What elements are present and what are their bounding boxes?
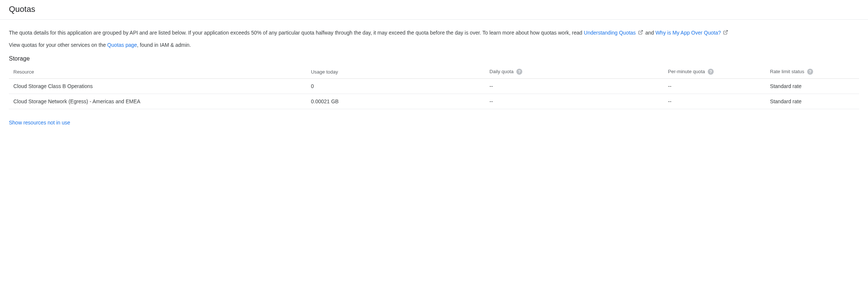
table-header-row: Resource Usage today Daily quota ? Per-m… [9,65,859,79]
column-header-rate: Rate limit status ? [766,65,859,79]
cell-usage: 0.00021 GB [306,94,485,109]
cell-rate: Standard rate [766,94,859,109]
svg-line-0 [640,30,642,33]
column-header-usage: Usage today [306,65,485,79]
description-paragraph-1: The quota details for this application a… [9,29,859,37]
table-row: Cloud Storage Network (Egress) - America… [9,94,859,109]
help-icon[interactable]: ? [516,69,522,75]
external-link-icon [723,29,728,37]
column-header-permin: Per-minute quota ? [664,65,766,79]
cell-daily: -- [485,94,664,109]
description-text-4: , found in IAM & admin. [137,42,191,48]
table-row: Cloud Storage Class B Operations 0 -- --… [9,79,859,94]
column-header-resource: Resource [9,65,306,79]
cell-resource: Cloud Storage Network (Egress) - America… [9,94,306,109]
page-header: Quotas [0,0,868,20]
external-link-icon [638,29,643,37]
cell-permin: -- [664,94,766,109]
column-header-rate-label: Rate limit status [770,69,804,74]
cell-rate: Standard rate [766,79,859,94]
description-text-2: and [645,30,655,36]
description-text-3: View quotas for your other services on t… [9,42,107,48]
help-icon[interactable]: ? [708,69,714,75]
understanding-quotas-label: Understanding Quotas [584,30,636,36]
storage-section-title: Storage [9,55,859,62]
understanding-quotas-link[interactable]: Understanding Quotas [584,30,645,36]
cell-daily: -- [485,79,664,94]
why-over-quota-label: Why is My App Over Quota? [655,30,721,36]
cell-usage: 0 [306,79,485,94]
column-header-daily: Daily quota ? [485,65,664,79]
page-content: The quota details for this application a… [0,20,868,134]
page-title: Quotas [9,4,859,14]
why-over-quota-link[interactable]: Why is My App Over Quota? [655,30,729,36]
show-resources-link[interactable]: Show resources not in use [9,120,70,126]
cell-resource: Cloud Storage Class B Operations [9,79,306,94]
column-header-permin-label: Per-minute quota [668,69,705,74]
column-header-daily-label: Daily quota [490,69,514,74]
description-paragraph-2: View quotas for your other services on t… [9,41,859,49]
cell-permin: -- [664,79,766,94]
svg-line-1 [725,30,727,33]
quotas-page-link[interactable]: Quotas page [107,42,137,48]
help-icon[interactable]: ? [807,69,813,75]
description-text-1: The quota details for this application a… [9,30,584,36]
quota-table: Resource Usage today Daily quota ? Per-m… [9,65,859,110]
